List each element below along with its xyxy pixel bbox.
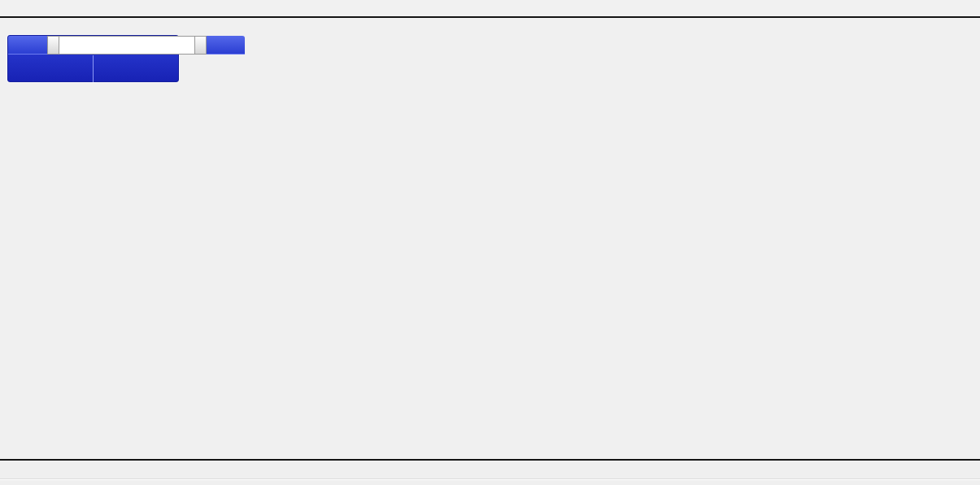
timeframe-toolbar bbox=[0, 0, 980, 18]
sell-price[interactable] bbox=[8, 55, 94, 82]
sell-button[interactable] bbox=[8, 36, 47, 55]
volume-decrease-button[interactable] bbox=[47, 36, 59, 55]
tabbar-groove bbox=[0, 478, 980, 479]
mt4-terminal bbox=[0, 0, 980, 485]
volume-input[interactable] bbox=[59, 36, 194, 55]
volume-increase-button[interactable] bbox=[194, 36, 207, 55]
buy-price[interactable] bbox=[94, 55, 179, 82]
buy-button[interactable] bbox=[207, 36, 245, 55]
chart-tabs bbox=[0, 461, 980, 478]
one-click-trading-widget bbox=[7, 35, 179, 82]
chart-tab-bar bbox=[0, 459, 980, 485]
